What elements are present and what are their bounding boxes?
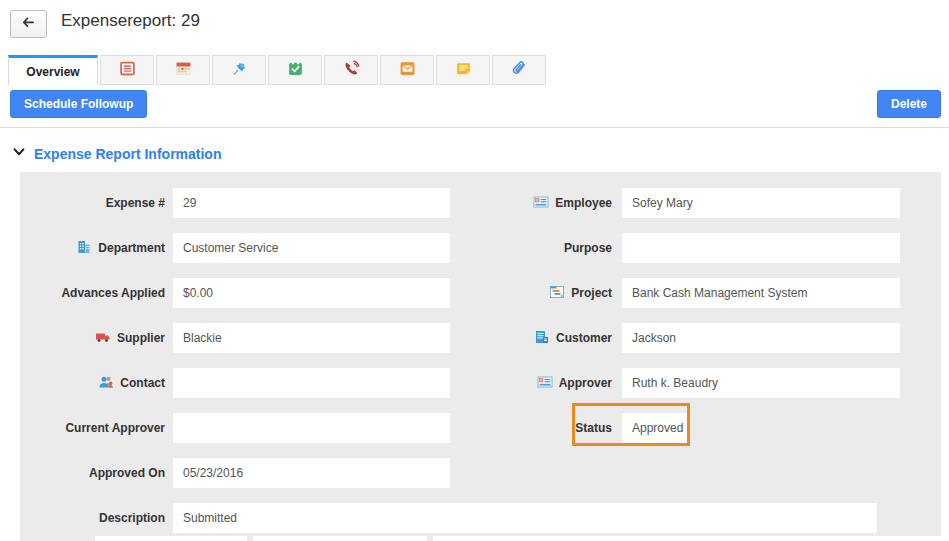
field-label: Advances Applied [61, 286, 165, 300]
tab-tasks[interactable] [268, 55, 322, 85]
tab-calendar[interactable] [156, 55, 210, 85]
tab-overview[interactable]: Overview [8, 55, 98, 85]
field-label: Customer [556, 331, 612, 345]
approved-on-input[interactable]: 05/23/2016 [173, 458, 450, 488]
note-icon [455, 60, 472, 81]
back-arrow-icon [21, 15, 36, 34]
field-project: Project Bank Cash Management System [400, 278, 900, 308]
envelope-icon [399, 60, 416, 81]
field-label: Project [571, 286, 612, 300]
field-label: Contact [120, 376, 165, 390]
chevron-down-icon[interactable] [12, 145, 26, 163]
employee-input[interactable]: Sofey Mary [622, 188, 900, 218]
building-icon [76, 239, 92, 258]
partial-next-row [95, 536, 247, 541]
description-input[interactable]: Submitted [173, 503, 877, 533]
field-description: Description Submitted [20, 503, 877, 533]
field-purpose: Purpose [400, 233, 900, 263]
field-label: Current Approver [65, 421, 165, 435]
tab-attachments[interactable] [492, 55, 546, 85]
field-status: Status Approved [400, 413, 900, 443]
customer-input[interactable]: Jackson [622, 323, 900, 353]
id-card-icon [533, 194, 549, 213]
status-value: Approved [622, 413, 688, 443]
expense-report-page: Expensereport: 29 Overview [0, 0, 949, 541]
back-button[interactable] [10, 10, 47, 38]
phone-icon [343, 60, 360, 81]
field-customer: Customer Jackson [400, 323, 900, 353]
paperclip-icon [511, 60, 528, 81]
section-title[interactable]: Expense Report Information [34, 146, 221, 162]
contacts-icon [98, 374, 114, 393]
section-header: Expense Report Information [12, 145, 221, 163]
project-input[interactable]: Bank Cash Management System [622, 278, 900, 308]
field-label: Department [98, 241, 165, 255]
field-label: Purpose [564, 241, 612, 255]
toolbar-divider [0, 127, 949, 128]
field-label: Description [99, 511, 165, 525]
tab-overview-label: Overview [26, 65, 79, 79]
field-label: Approved On [89, 466, 165, 480]
partial-next-row [433, 536, 941, 541]
truck-icon [95, 329, 111, 348]
field-label: Expense # [106, 196, 165, 210]
pushpin-icon [231, 60, 248, 81]
project-icon [549, 284, 565, 303]
schedule-followup-button[interactable]: Schedule Followup [10, 90, 147, 118]
organization-icon [534, 329, 550, 348]
tab-details[interactable] [100, 55, 154, 85]
field-label: Employee [555, 196, 612, 210]
form-icon [119, 60, 136, 81]
tab-email[interactable] [380, 55, 434, 85]
approver-input[interactable]: Ruth k. Beaudry [622, 368, 900, 398]
delete-button[interactable]: Delete [877, 90, 941, 118]
field-label: Supplier [117, 331, 165, 345]
tab-pin[interactable] [212, 55, 266, 85]
id-card-icon [537, 374, 553, 393]
field-approver: Approver Ruth k. Beaudry [400, 368, 900, 398]
tab-bar: Overview [8, 55, 546, 85]
form-column-right: Employee Sofey Mary Purpose Project Bank… [400, 188, 900, 458]
task-calendar-icon [287, 60, 304, 81]
tab-calls[interactable] [324, 55, 378, 85]
field-label: Status [575, 421, 612, 435]
expense-report-form: Expense # 29 Department Customer Service… [20, 172, 941, 541]
page-title: Expensereport: 29 [61, 11, 200, 31]
field-approved-on: Approved On 05/23/2016 [20, 458, 877, 488]
partial-next-row [253, 536, 427, 541]
tab-notes[interactable] [436, 55, 490, 85]
field-employee: Employee Sofey Mary [400, 188, 900, 218]
purpose-input[interactable] [622, 233, 900, 263]
field-label: Approver [559, 376, 612, 390]
calendar-icon [175, 60, 192, 81]
